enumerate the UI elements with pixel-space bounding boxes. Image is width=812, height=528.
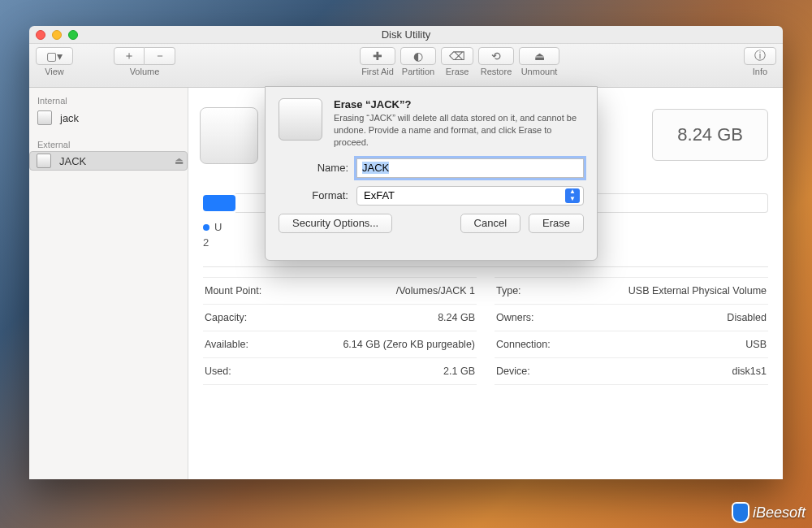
info-row: Device:disk1s1 [495,358,768,385]
format-select[interactable]: ExFAT ▲▼ [356,186,584,206]
view-label: View [45,67,64,76]
legend-text-2: 2 [203,236,209,249]
info-key: Type: [496,285,521,296]
info-row: Type:USB External Physical Volume [495,277,768,305]
first-aid-button[interactable]: ✚ [360,47,395,65]
sidebar-icon: ▢▾ [46,50,63,63]
watermark-icon [732,502,749,523]
info-row: Used:2.1 GB [203,358,477,385]
partition-button[interactable]: ◐ [400,47,436,65]
name-input[interactable] [356,158,584,178]
volume-add-button[interactable]: ＋ [114,47,145,65]
volume-remove-icon: － [154,49,166,63]
external-drive-icon [37,154,51,168]
cancel-button[interactable]: Cancel [460,214,520,233]
info-key: Owners: [496,312,534,323]
info-val: 6.14 GB (Zero KB purgeable) [343,339,475,350]
volume-add-icon: ＋ [123,49,135,63]
info-key: Used: [205,366,231,377]
unmount-label: Unmount [521,67,558,76]
disk-utility-window: Disk Utility ▢▾ View ＋ － Volume ✚ First … [29,26,783,479]
info-button[interactable]: ⓘ [744,47,776,65]
eject-icon[interactable]: ⏏ [175,155,184,167]
toolbar: ▢▾ View ＋ － Volume ✚ First Aid ◐ Partiti… [29,44,783,88]
restore-icon: ⟲ [491,50,501,63]
zoom-icon[interactable] [68,30,78,40]
info-row: Mount Point:/Volumes/JACK 1 [203,277,477,305]
unmount-button[interactable]: ⏏ [519,47,559,65]
volume-label: Volume [130,67,160,76]
erase-confirm-button[interactable]: Erase [529,214,584,233]
sheet-title: Erase “JACK”? [334,98,584,110]
view-button[interactable]: ▢▾ [36,47,73,65]
info-row: Connection:USB [495,331,768,358]
divider [203,266,768,267]
info-val: /Volumes/JACK 1 [396,285,475,296]
sidebar-item-label: jack [60,112,79,124]
window-title: Disk Utility [382,28,431,41]
info-row: Capacity:8.24 GB [203,305,477,331]
format-value: ExFAT [364,189,395,201]
name-label: Name: [279,162,348,174]
info-val: USB [745,339,767,350]
info-val: 2.1 GB [443,366,475,377]
info-row: Owners:Disabled [495,305,768,331]
sheet-drive-icon [279,98,322,141]
info-val: disk1s1 [732,366,767,377]
close-icon[interactable] [36,30,45,40]
usage-segment [203,195,235,211]
format-label: Format: [279,189,348,201]
volume-remove-button[interactable]: － [145,47,175,65]
first-aid-label: First Aid [361,67,394,76]
info-val: USB External Physical Volume [628,285,767,296]
sidebar-item-external-0[interactable]: JACK ⏏ [29,151,188,171]
info-row: Available:6.14 GB (Zero KB purgeable) [203,331,477,358]
security-options-button[interactable]: Security Options... [279,214,392,233]
sidebar-header-internal: Internal [29,91,188,107]
info-label: Info [753,67,767,76]
restore-label: Restore [481,67,512,76]
info-val: Disabled [727,312,767,323]
watermark: iBeesoft [732,502,806,523]
restore-button[interactable]: ⟲ [478,47,514,65]
info-key: Device: [496,366,530,377]
sidebar-item-internal-0[interactable]: jack [29,107,188,128]
erase-icon: ⌫ [449,50,465,63]
sidebar-item-label: JACK [59,155,86,167]
sidebar-header-external: External [29,135,188,151]
erase-sheet: Erase “JACK”? Erasing “JACK” will delete… [265,86,598,261]
info-grid: Mount Point:/Volumes/JACK 1 Capacity:8.2… [203,277,768,385]
chevron-updown-icon: ▲▼ [565,188,580,203]
watermark-text: iBeesoft [753,504,806,522]
info-val: 8.24 GB [438,312,475,323]
minimize-icon[interactable] [52,30,62,40]
legend-text-1: U [214,221,222,233]
capacity-box: 8.24 GB [652,109,768,161]
legend-dot-icon [203,224,209,231]
partition-label: Partition [402,67,434,76]
info-key: Mount Point: [205,285,261,296]
unmount-icon: ⏏ [534,50,545,63]
erase-label: Erase [446,67,469,76]
traffic-lights [36,30,78,40]
drive-icon [200,107,258,164]
info-key: Capacity: [205,312,247,323]
titlebar: Disk Utility [29,26,783,44]
erase-button[interactable]: ⌫ [441,47,473,65]
hdd-icon [37,110,52,125]
info-icon: ⓘ [754,49,766,63]
partition-icon: ◐ [413,50,423,63]
info-key: Available: [205,339,248,350]
info-key: Connection: [496,339,551,350]
sidebar: Internal jack External JACK ⏏ [29,88,188,479]
first-aid-icon: ✚ [373,50,382,63]
sheet-body: Erasing “JACK” will delete all data stor… [334,112,584,149]
